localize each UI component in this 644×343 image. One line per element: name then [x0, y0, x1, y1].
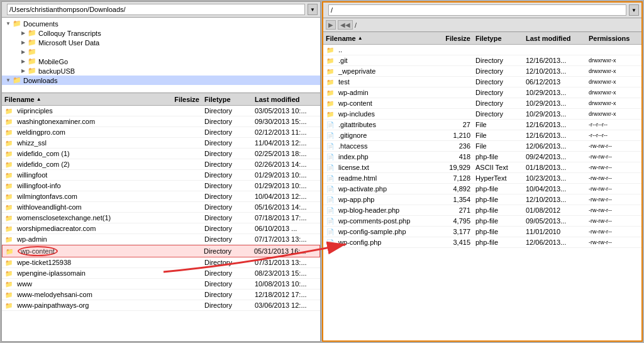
file-name: www-painpathways-org [17, 301, 89, 309]
local-file-row[interactable]: 📁 washingtonexaminer.com Directory 09/30… [2, 116, 320, 127]
local-file-row[interactable]: 📁 www-painpathways-org Directory 03/06/2… [2, 300, 320, 311]
local-col-filename[interactable]: Filename ▲ [4, 96, 164, 103]
remote-file-mod-cell: 10/23/2013... [526, 174, 589, 182]
remote-site-dropdown[interactable]: ▼ [629, 4, 639, 16]
file-icon: 📁 [4, 193, 13, 200]
remote-file-row[interactable]: 📁 .. [323, 45, 641, 55]
file-name: worshipmediacreator.com [17, 225, 96, 232]
remote-file-type-cell: php-file [475, 206, 526, 214]
remote-file-perms: -rw-rw-r-- [589, 143, 612, 149]
file-name-cell: 📁 willingfoot [4, 171, 164, 179]
remote-nav-play[interactable]: ▶ [326, 20, 336, 30]
local-col-filesize[interactable]: Filesize [164, 96, 204, 103]
remote-file-row[interactable]: 📄 .gitattributes 27 File 12/16/2013... -… [323, 120, 641, 130]
remote-file-perms-cell: -rw-rw-r-- [589, 186, 639, 192]
local-file-row[interactable]: 📁 www-melodyehsani-com Directory 12/18/2… [2, 290, 320, 300]
remote-file-size-cell: 7,128 [435, 174, 475, 182]
local-file-row[interactable]: 📁 widefido_com (1) Directory 02/25/2013 … [2, 149, 320, 159]
remote-file-name: .. [338, 46, 342, 53]
tree-item-backupusb[interactable]: ▶ 📁 backupUSB [2, 66, 320, 76]
remote-file-row[interactable]: 📄 .htaccess 236 File 12/06/2013... -rw-r… [323, 141, 641, 152]
remote-file-perms: -rw-rw-r-- [589, 239, 612, 245]
remote-file-row[interactable]: 📄 readme.html 7,128 HyperText 10/23/2013… [323, 173, 641, 184]
local-file-row[interactable]: 📁 whizz_ssl Directory 11/04/2013 12:... [2, 138, 320, 149]
local-file-row[interactable]: 📁 withloveandlight-com Directory 05/16/2… [2, 202, 320, 213]
local-file-row[interactable]: 📁 wp-admin Directory 07/17/2013 13:... [2, 234, 320, 245]
remote-file-perms-cell: -rw-rw-r-- [589, 175, 639, 181]
local-col-lastmod[interactable]: Last modified [255, 96, 318, 103]
local-site-input[interactable] [7, 4, 305, 15]
file-type-cell: Directory [204, 235, 255, 243]
remote-file-name-cell: 📄 .htaccess [326, 142, 435, 150]
remote-col-perms[interactable]: Permissions [589, 35, 639, 42]
file-type-cell: Directory [204, 203, 255, 211]
local-file-row[interactable]: 📁 wpe-ticket125938 Directory 07/31/2013 … [2, 257, 320, 268]
local-file-row[interactable]: 📁 worshipmediacreator.com Directory 06/1… [2, 223, 320, 234]
remote-file-row[interactable]: 📁 .git Directory 12/16/2013... drwxrwxr-… [323, 55, 641, 66]
remote-file-row[interactable]: 📄 index.php 418 php-file 09/24/2013... -… [323, 152, 641, 162]
local-site-dropdown[interactable]: ▼ [308, 4, 318, 15]
file-name-cell: 📁 www-melodyehsani-com [4, 291, 164, 298]
tree-item-documents[interactable]: ▼ 📁 Documents [2, 19, 320, 28]
remote-file-row[interactable]: 📁 wp-content Directory 10/29/2013... drw… [323, 98, 641, 109]
remote-file-row[interactable]: 📄 wp-config-sample.php 3,177 php-file 11… [323, 227, 641, 237]
remote-file-name: .htaccess [338, 142, 367, 150]
local-file-row[interactable]: 📁 wp-content Directory 05/31/2013 16:... [2, 245, 320, 257]
tree-toggle[interactable]: ▼ [4, 77, 12, 83]
remote-file-row[interactable]: 📁 wp-includes Directory 10/29/2013... dr… [323, 109, 641, 120]
remote-nav-back[interactable]: ◀◀ [338, 20, 353, 30]
file-name: whizz_ssl [17, 139, 47, 147]
file-name-cell: 📁 willingfoot-info [4, 182, 164, 189]
tree-item-migration[interactable]: ▶ 📁 [2, 47, 320, 57]
remote-file-row[interactable]: 📄 wp-comments-post.php 4,795 php-file 09… [323, 216, 641, 227]
remote-file-type-cell: File [475, 121, 526, 128]
tree-toggle[interactable]: ▶ [19, 68, 27, 74]
remote-col-filetype[interactable]: Filetype [475, 35, 526, 42]
remote-file-row[interactable]: 📄 wp-app.php 1,354 php-file 12/10/2013..… [323, 194, 641, 205]
tree-item-msud[interactable]: ▶ 📁 Microsoft User Data [2, 38, 320, 47]
remote-file-row[interactable]: 📄 .gitignore 1,210 File 12/16/2013... -r… [323, 130, 641, 141]
local-file-row[interactable]: 📁 wpengine-iplassomain Directory 08/23/2… [2, 268, 320, 279]
local-file-row[interactable]: 📁 widefido_com (2) Directory 02/26/2013 … [2, 159, 320, 170]
tree-toggle[interactable]: ▶ [19, 30, 27, 36]
file-icon: 📁 [4, 182, 13, 189]
remote-col-filename[interactable]: Filename ▲ [326, 35, 435, 42]
tree-item-mobilego[interactable]: ▶ 📁 MobileGo [2, 57, 320, 66]
remote-file-size-cell: 236 [435, 142, 475, 150]
remote-file-type: php-file [475, 185, 498, 193]
tree-item-colloquy[interactable]: ▶ 📁 Colloquy Transcripts [2, 28, 320, 38]
remote-file-row[interactable]: 📁 wp-admin Directory 10/29/2013... drwxr… [323, 87, 641, 98]
local-file-row[interactable]: 📁 willingfoot-info Directory 01/29/2013 … [2, 181, 320, 191]
local-file-row[interactable]: 📁 willingfoot Directory 01/29/2013 10:..… [2, 170, 320, 181]
remote-file-row[interactable]: 📁 _wpeprivate Directory 12/10/2013... dr… [323, 66, 641, 77]
tree-item-downloads[interactable]: ▼ 📁 Downloads [2, 76, 320, 85]
local-file-row[interactable]: 📁 viiprinciples Directory 03/05/2013 10:… [2, 106, 320, 116]
remote-file-row[interactable]: 📄 wp-blog-header.php 271 php-file 01/08/… [323, 205, 641, 216]
remote-file-row[interactable]: 📄 wp-config.php 3,415 php-file 12/06/201… [323, 237, 641, 248]
remote-col-filesize[interactable]: Filesize [435, 35, 475, 42]
file-mod-cell: 01/29/2013 10:... [255, 171, 318, 179]
local-file-row[interactable]: 📁 www Directory 10/08/2013 10:... [2, 279, 320, 290]
local-file-row[interactable]: 📁 weldingpro.com Directory 02/12/2013 11… [2, 127, 320, 138]
local-file-row[interactable]: 📁 womensclosetexchange.net(1) Directory … [2, 213, 320, 223]
remote-site-input[interactable] [328, 4, 626, 16]
remote-file-type-cell: php-file [475, 196, 526, 203]
tree-toggle[interactable]: ▶ [19, 49, 27, 55]
tree-label-downloads: Downloads [23, 77, 57, 84]
local-col-filetype[interactable]: Filetype [204, 96, 255, 103]
tree-toggle[interactable]: ▶ [19, 59, 27, 64]
file-type-cell: Directory [204, 171, 255, 179]
remote-file-size-cell: 19,929 [435, 164, 475, 171]
file-name-cell: 📁 wpengine-iplassomain [4, 269, 164, 277]
tree-toggle-documents[interactable]: ▼ [4, 21, 12, 26]
tree-toggle[interactable]: ▶ [19, 40, 27, 45]
remote-file-row[interactable]: 📁 test Directory 06/12/2013 drwxrwxr-x [323, 77, 641, 87]
file-modified: 08/23/2013 15:... [255, 269, 307, 277]
local-file-row[interactable]: 📁 wilmingtonfavs.com Directory 10/04/201… [2, 191, 320, 202]
remote-file-row[interactable]: 📄 license.txt 19,929 ASCII Text 01/18/20… [323, 162, 641, 173]
remote-file-size-cell: 271 [435, 206, 475, 214]
remote-col-lastmod[interactable]: Last modified [526, 35, 589, 42]
local-site-bar: ▼ [2, 2, 320, 18]
remote-file-row[interactable]: 📄 wp-activate.php 4,892 php-file 10/04/2… [323, 184, 641, 194]
remote-file-size: 1,210 [453, 132, 470, 139]
